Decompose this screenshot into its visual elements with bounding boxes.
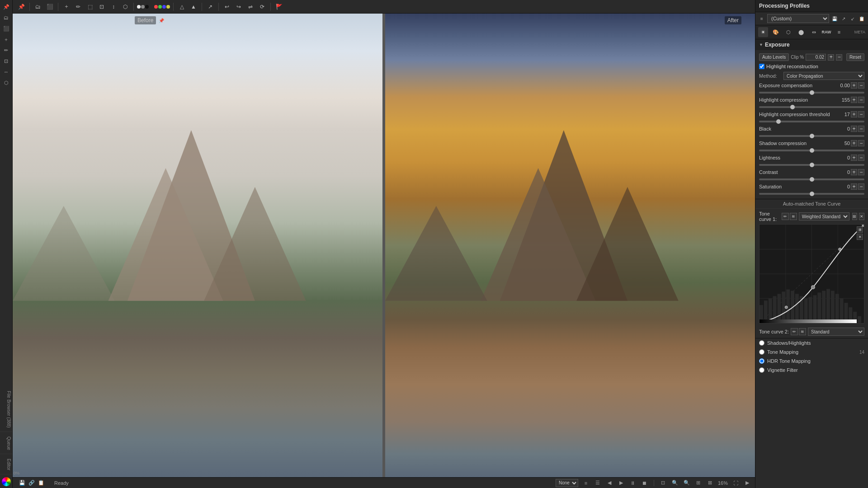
sidebar-pin-icon[interactable]: 📌 bbox=[1, 2, 11, 12]
shadows-highlights-item[interactable]: Shadows/Highlights bbox=[755, 338, 868, 347]
zoom-fit-icon[interactable]: ⊡ bbox=[659, 479, 667, 487]
curve1-type-icon[interactable]: ≋ bbox=[790, 213, 797, 220]
highlight-compression-minus[interactable]: − bbox=[858, 97, 864, 103]
bottom-save-icon[interactable]: 💾 bbox=[18, 479, 26, 487]
lightness-plus[interactable]: + bbox=[851, 155, 857, 161]
contrast-range[interactable] bbox=[759, 178, 864, 180]
curve-icon1[interactable]: ⊞ bbox=[857, 226, 863, 233]
profile-export-icon[interactable]: ↗ bbox=[840, 15, 847, 22]
hct-minus[interactable]: − bbox=[858, 111, 864, 117]
zoom-in-icon[interactable]: 🔍 bbox=[683, 479, 691, 487]
toolbar-pencil-icon[interactable]: ✏ bbox=[73, 2, 83, 12]
tone-mapping-item[interactable]: Tone Mapping 14 bbox=[755, 347, 868, 357]
toolbar-transform-icon[interactable]: ↕ bbox=[108, 2, 118, 12]
sidebar-box-icon[interactable]: ⬛ bbox=[1, 23, 11, 33]
sidebar-browser-icon[interactable]: 🗂 bbox=[1, 13, 11, 23]
tab-color[interactable]: 🎨 bbox=[771, 27, 781, 37]
toolbar-line-icon[interactable]: ⬚ bbox=[85, 2, 95, 12]
shadow-compression-plus[interactable]: + bbox=[851, 140, 857, 146]
before-pin-btn[interactable]: 📌 bbox=[159, 18, 164, 23]
exposure-compensation-minus[interactable]: − bbox=[858, 82, 864, 89]
black-range[interactable] bbox=[759, 135, 864, 137]
sidebar-item-filebrowser[interactable]: File Browser (388) bbox=[0, 387, 12, 432]
toolbar-box-icon[interactable]: ⬛ bbox=[45, 2, 55, 12]
profile-copy-icon[interactable]: 📋 bbox=[858, 15, 865, 22]
vignette-filter-radio[interactable] bbox=[759, 367, 764, 373]
bottom-nav-pause[interactable]: ⏸ bbox=[629, 479, 637, 487]
profile-save-icon[interactable]: 💾 bbox=[831, 15, 838, 22]
toolbar-export-icon[interactable]: ↗ bbox=[205, 2, 215, 12]
reset-button[interactable]: Reset bbox=[846, 53, 864, 61]
bottom-nav-stop[interactable]: ⏹ bbox=[641, 479, 649, 487]
clip-minus-btn[interactable]: − bbox=[836, 54, 842, 61]
toolbar-flag-icon[interactable]: 🚩 bbox=[274, 2, 284, 12]
curve1-edit-icon[interactable]: ✏ bbox=[782, 213, 789, 220]
toolbar-redo-icon[interactable]: ↪ bbox=[234, 2, 244, 12]
toolbar-triangle-icon[interactable]: △ bbox=[177, 2, 187, 12]
toolbar-pin-icon[interactable]: 📌 bbox=[16, 2, 26, 12]
bottom-icon2[interactable]: ☰ bbox=[594, 479, 602, 487]
curve2-edit-icon[interactable]: ✏ bbox=[791, 328, 798, 335]
clip-plus-btn[interactable]: + bbox=[828, 54, 834, 61]
curve1-reset-icon[interactable]: ✕ bbox=[859, 213, 864, 220]
none-select[interactable]: None bbox=[556, 479, 578, 487]
highlight-compression-range[interactable] bbox=[759, 106, 864, 108]
sidebar-item-queue[interactable]: Queue bbox=[0, 433, 12, 454]
hct-plus[interactable]: + bbox=[851, 111, 857, 117]
toolbar-extra-icon[interactable]: ⬡ bbox=[120, 2, 130, 12]
saturation-range[interactable] bbox=[759, 193, 864, 195]
bottom-nav-play[interactable]: ▶ bbox=[617, 479, 625, 487]
exposure-section-header[interactable]: ▼ Exposure bbox=[755, 39, 868, 50]
sidebar-color-wheel[interactable] bbox=[2, 477, 11, 486]
toolbar-history-icon[interactable]: 🗂 bbox=[33, 2, 43, 12]
highlight-compression-plus[interactable]: + bbox=[851, 97, 857, 103]
vignette-filter-item[interactable]: Vignette Filter bbox=[755, 366, 868, 375]
clip-percent-input[interactable] bbox=[806, 54, 826, 61]
profile-select[interactable]: (Custom) bbox=[767, 14, 829, 23]
bottom-nav-prev[interactable]: ◀ bbox=[605, 479, 613, 487]
toolbar-crop-icon[interactable]: ⊡ bbox=[97, 2, 107, 12]
hdr-tone-mapping-radio[interactable] bbox=[759, 358, 764, 364]
lightness-range[interactable] bbox=[759, 164, 864, 166]
black-plus[interactable]: + bbox=[851, 126, 857, 132]
sidebar-add-icon[interactable]: ＋ bbox=[1, 34, 11, 44]
toolbar-compare-icon[interactable]: ⇌ bbox=[245, 2, 255, 12]
tab-transform[interactable]: ⇔ bbox=[809, 27, 819, 37]
zoom-100-icon[interactable]: ⊞ bbox=[694, 479, 703, 487]
curve2-type-icon[interactable]: ≋ bbox=[799, 328, 806, 335]
saturation-minus[interactable]: − bbox=[858, 183, 864, 190]
sidebar-extra-icon[interactable]: ⬡ bbox=[1, 78, 11, 88]
panel-toggle-icon[interactable]: ▶ bbox=[743, 479, 751, 487]
tone-curve-canvas[interactable]: ⊞ ✕ bbox=[759, 224, 864, 324]
toolbar-add-icon[interactable]: ＋ bbox=[61, 2, 71, 12]
sidebar-edit-icon[interactable]: ✏ bbox=[1, 45, 11, 55]
highlight-compression-threshold-range[interactable] bbox=[759, 121, 864, 122]
sidebar-crop-icon[interactable]: ⊡ bbox=[1, 56, 11, 66]
toolbar-sync-icon[interactable]: ⟳ bbox=[257, 2, 267, 12]
highlight-reconstruction-checkbox[interactable] bbox=[759, 64, 764, 69]
fullscreen-icon[interactable]: ⛶ bbox=[731, 479, 740, 487]
curve-icon2[interactable]: ✕ bbox=[857, 234, 863, 240]
curve1-extra-icon[interactable]: ⊞ bbox=[852, 213, 858, 220]
bottom-copy-icon[interactable]: 🔗 bbox=[28, 479, 36, 487]
shadows-highlights-radio[interactable] bbox=[759, 340, 764, 346]
tone-mapping-radio[interactable] bbox=[759, 349, 764, 355]
shadow-compression-minus[interactable]: − bbox=[858, 140, 864, 146]
hdr-tone-mapping-item[interactable]: HDR Tone Mapping bbox=[755, 357, 868, 366]
tab-exposure[interactable]: ☀ bbox=[758, 27, 768, 37]
tone-curve1-select[interactable]: Weighted Standard Standard Film-like Par… bbox=[799, 212, 849, 221]
contrast-plus[interactable]: + bbox=[851, 169, 857, 175]
bottom-icon1[interactable]: ≡ bbox=[582, 479, 590, 487]
black-minus[interactable]: − bbox=[858, 126, 864, 132]
sidebar-item-editor[interactable]: Editor bbox=[0, 455, 12, 474]
toolbar-undo-icon[interactable]: ↩ bbox=[222, 2, 232, 12]
auto-levels-button[interactable]: Auto Levels bbox=[759, 53, 789, 61]
tab-meta[interactable]: ≡ bbox=[834, 27, 844, 37]
exposure-compensation-range[interactable] bbox=[759, 92, 864, 94]
profile-import-icon[interactable]: ↙ bbox=[849, 15, 856, 22]
saturation-plus[interactable]: + bbox=[851, 183, 857, 190]
zoom-out-icon[interactable]: 🔍 bbox=[671, 479, 679, 487]
method-select[interactable]: Color Propagation Luminance Recovery Inp… bbox=[783, 72, 864, 80]
bottom-meta-icon[interactable]: 📋 bbox=[37, 479, 45, 487]
sidebar-transform-icon[interactable]: ↔ bbox=[1, 67, 11, 77]
